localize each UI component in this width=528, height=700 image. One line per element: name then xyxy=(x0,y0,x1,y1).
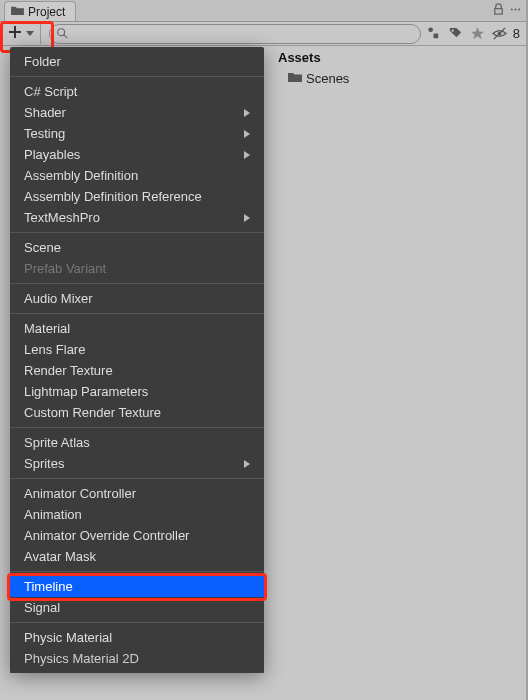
lock-icon[interactable] xyxy=(492,2,505,20)
menu-item-animation[interactable]: Animation xyxy=(10,504,264,525)
chevron-right-icon xyxy=(244,151,250,159)
hidden-count: 8 xyxy=(513,26,520,41)
menu-separator xyxy=(10,427,264,428)
create-asset-button[interactable] xyxy=(2,23,41,44)
filter-type-icon[interactable] xyxy=(425,25,443,43)
menu-item-animator-controller[interactable]: Animator Controller xyxy=(10,483,264,504)
menu-item-lens-flare[interactable]: Lens Flare xyxy=(10,339,264,360)
assets-panel: Assets Scenes xyxy=(270,46,524,700)
menu-separator xyxy=(10,232,264,233)
menu-label: Folder xyxy=(24,54,61,69)
chevron-right-icon xyxy=(244,460,250,468)
svg-rect-5 xyxy=(434,34,439,39)
menu-label: Custom Render Texture xyxy=(24,405,161,420)
favorite-star-icon[interactable] xyxy=(469,25,487,43)
menu-item-sprites[interactable]: Sprites xyxy=(10,453,264,474)
menu-label: Lens Flare xyxy=(24,342,85,357)
menu-item-sprite-atlas[interactable]: Sprite Atlas xyxy=(10,432,264,453)
folder-item-scenes[interactable]: Scenes xyxy=(270,69,524,88)
menu-label: Assembly Definition xyxy=(24,168,138,183)
search-icon xyxy=(56,25,68,43)
menu-separator xyxy=(10,313,264,314)
search-input[interactable] xyxy=(72,28,414,40)
menu-item-render-texture[interactable]: Render Texture xyxy=(10,360,264,381)
menu-item-material[interactable]: Material xyxy=(10,318,264,339)
menu-label: TextMeshPro xyxy=(24,210,100,225)
menu-label: Avatar Mask xyxy=(24,549,96,564)
menu-item-animator-override-controller[interactable]: Animator Override Controller xyxy=(10,525,264,546)
chevron-right-icon xyxy=(244,109,250,117)
menu-label: Prefab Variant xyxy=(24,261,106,276)
tab-bar: Project xyxy=(0,0,526,22)
folder-icon xyxy=(11,5,24,19)
hidden-visibility-icon[interactable] xyxy=(491,25,509,43)
menu-label: Signal xyxy=(24,600,60,615)
dropdown-caret-icon xyxy=(26,31,34,36)
menu-separator xyxy=(10,283,264,284)
menu-label: Testing xyxy=(24,126,65,141)
svg-point-4 xyxy=(429,27,434,32)
menu-label: Material xyxy=(24,321,70,336)
menu-label: Timeline xyxy=(24,579,73,594)
menu-item-textmeshpro[interactable]: TextMeshPro xyxy=(10,207,264,228)
menu-item-csharp-script[interactable]: C# Script xyxy=(10,81,264,102)
project-tab[interactable]: Project xyxy=(4,1,76,21)
svg-point-2 xyxy=(511,8,513,10)
menu-separator xyxy=(10,622,264,623)
svg-point-0 xyxy=(514,8,516,10)
folder-icon xyxy=(288,71,302,86)
menu-item-signal[interactable]: Signal xyxy=(10,597,264,618)
menu-item-testing[interactable]: Testing xyxy=(10,123,264,144)
menu-separator xyxy=(10,478,264,479)
tab-title: Project xyxy=(28,5,65,19)
menu-label: Animator Controller xyxy=(24,486,136,501)
menu-label: Audio Mixer xyxy=(24,291,93,306)
menu-item-prefab-variant: Prefab Variant xyxy=(10,258,264,279)
menu-label: Lightmap Parameters xyxy=(24,384,148,399)
tab-right-controls xyxy=(492,1,526,21)
svg-point-3 xyxy=(58,28,65,35)
menu-item-custom-render-texture[interactable]: Custom Render Texture xyxy=(10,402,264,423)
menu-item-scene[interactable]: Scene xyxy=(10,237,264,258)
menu-label: Sprite Atlas xyxy=(24,435,90,450)
menu-label: C# Script xyxy=(24,84,77,99)
menu-item-assembly-definition-reference[interactable]: Assembly Definition Reference xyxy=(10,186,264,207)
menu-item-lightmap-parameters[interactable]: Lightmap Parameters xyxy=(10,381,264,402)
assets-panel-header: Assets xyxy=(270,46,524,69)
menu-label: Render Texture xyxy=(24,363,113,378)
toolbar: 8 xyxy=(0,22,526,46)
menu-label: Physics Material 2D xyxy=(24,651,139,666)
menu-item-shader[interactable]: Shader xyxy=(10,102,264,123)
chevron-right-icon xyxy=(244,130,250,138)
svg-point-1 xyxy=(518,8,520,10)
menu-label: Animator Override Controller xyxy=(24,528,189,543)
menu-label: Animation xyxy=(24,507,82,522)
create-asset-menu: Folder C# Script Shader Testing Playable… xyxy=(10,47,264,673)
menu-label: Shader xyxy=(24,105,66,120)
menu-label: Scene xyxy=(24,240,61,255)
menu-label: Sprites xyxy=(24,456,64,471)
plus-icon xyxy=(8,25,22,43)
menu-label: Assembly Definition Reference xyxy=(24,189,202,204)
folder-item-label: Scenes xyxy=(306,71,349,86)
menu-item-folder[interactable]: Folder xyxy=(10,51,264,72)
toolbar-filter-icons: 8 xyxy=(425,25,524,43)
menu-label: Playables xyxy=(24,147,80,162)
menu-item-audio-mixer[interactable]: Audio Mixer xyxy=(10,288,264,309)
chevron-right-icon xyxy=(244,214,250,222)
menu-separator xyxy=(10,76,264,77)
menu-label: Physic Material xyxy=(24,630,112,645)
search-input-container[interactable] xyxy=(49,24,421,44)
menu-item-playables[interactable]: Playables xyxy=(10,144,264,165)
filter-label-icon[interactable] xyxy=(447,25,465,43)
menu-separator xyxy=(10,571,264,572)
menu-item-avatar-mask[interactable]: Avatar Mask xyxy=(10,546,264,567)
menu-item-physic-material[interactable]: Physic Material xyxy=(10,627,264,648)
menu-item-assembly-definition[interactable]: Assembly Definition xyxy=(10,165,264,186)
menu-item-physics-material-2d[interactable]: Physics Material 2D xyxy=(10,648,264,669)
svg-point-6 xyxy=(452,30,454,32)
menu-item-timeline[interactable]: Timeline xyxy=(10,576,264,597)
tab-options-icon[interactable] xyxy=(509,2,522,20)
